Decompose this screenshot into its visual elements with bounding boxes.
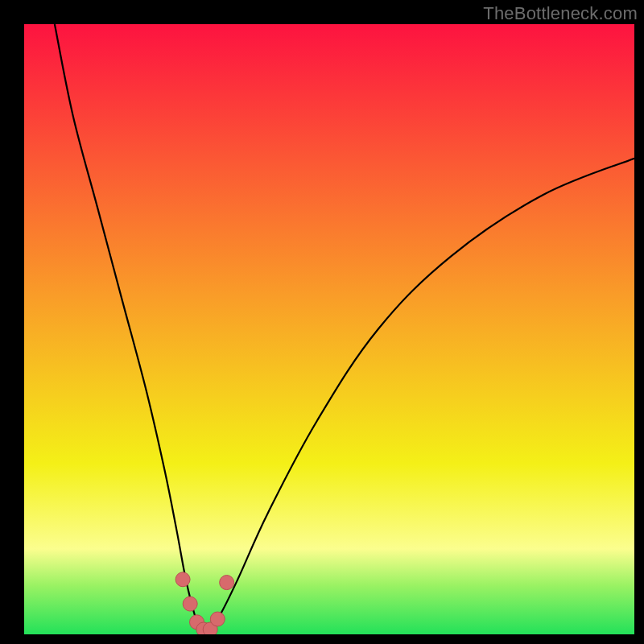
- balance-marker: [220, 576, 234, 590]
- watermark-text: TheBottleneck.com: [483, 3, 638, 24]
- balance-marker: [183, 597, 197, 611]
- balance-marker: [175, 572, 190, 587]
- bottleneck-chart: [24, 24, 634, 634]
- gradient-background: [24, 24, 634, 634]
- balance-marker: [210, 612, 225, 626]
- chart-frame: [24, 24, 634, 634]
